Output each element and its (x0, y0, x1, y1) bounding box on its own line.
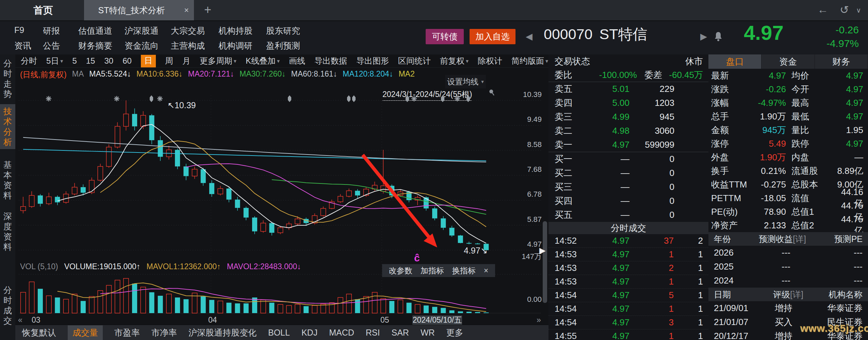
field-label: 流值 (791, 192, 832, 204)
toolbar-item[interactable]: 分时 (21, 55, 37, 66)
menu-item[interactable]: 资讯 (14, 40, 43, 51)
indicator-tab-市盈率[interactable]: 市盈率 (114, 327, 140, 338)
indicator-button[interactable]: 换指标 (452, 265, 476, 276)
indicator-tab-沪深股通持股变化[interactable]: 沪深股通持股变化 (189, 327, 257, 338)
toolbar-item[interactable]: 周 (165, 55, 173, 66)
indicator-tab-恢复默认[interactable]: 恢复默认 (22, 327, 56, 338)
tab-active-document[interactable]: ST特信_技术分析 × (84, 0, 194, 20)
tab-home[interactable]: 首页 (27, 0, 59, 20)
toolbar-item[interactable]: 日 (141, 55, 156, 67)
sidebar-item-3[interactable]: 基 本 资 料 (0, 158, 15, 203)
bid-price: — (585, 168, 629, 178)
indicator-tab-市净率[interactable]: 市净率 (151, 327, 177, 338)
new-tab-icon[interactable]: + (204, 3, 211, 17)
sidebar-item-4[interactable]: 深 度 资 料 (0, 209, 15, 254)
toolbar-item[interactable]: 除权计 (478, 55, 502, 66)
indicator-tab-成交量[interactable]: 成交量 (68, 325, 103, 340)
toolbar-item[interactable]: 简约版面▾ (511, 55, 548, 66)
sidebar-item-1[interactable]: 分 时 走 势 (0, 56, 15, 101)
forecast-year-col: 年份 (714, 232, 731, 246)
indicator-tab-RSI[interactable]: RSI (366, 328, 380, 338)
toolbar-item[interactable]: 30 (104, 56, 113, 66)
detail-link[interactable]: [详] (790, 290, 803, 299)
toolbar-item[interactable]: 导出数据 (314, 55, 347, 66)
order-book-panel: 交易状态 休市 委比 -100.00% 委差 -60.45万 卖五5.01229… (548, 54, 709, 340)
ask-row[interactable]: 卖五5.01229 (548, 82, 708, 96)
indicator-tab-WR[interactable]: WR (421, 328, 435, 338)
indicator-tab-MACD[interactable]: MACD (329, 328, 354, 338)
close-icon[interactable]: × (179, 5, 194, 15)
detail-link[interactable]: [详] (793, 234, 806, 244)
indicator-button[interactable]: 改参数 (389, 265, 412, 276)
indicator-tab-更多[interactable]: 更多 (446, 327, 463, 338)
toolbar-item[interactable]: 画线 (289, 55, 305, 66)
sidebar-item-5[interactable]: 分 时 成 交 (0, 283, 15, 328)
info-tab-盘口[interactable]: 盘口 (708, 54, 761, 69)
indicator-tab-SAR[interactable]: SAR (391, 328, 409, 338)
info-tab-财务[interactable]: 财务 (815, 54, 868, 69)
panel-splitter[interactable] (543, 221, 547, 303)
next-stock-icon[interactable]: ▶ (700, 31, 707, 42)
toolbar-item[interactable]: 15 (86, 56, 95, 66)
toolbar-item[interactable]: 5 (72, 56, 77, 66)
menu-item[interactable]: 资金流向 (125, 40, 171, 51)
toolbar-item[interactable]: 导出图形 (356, 55, 389, 66)
toolbar-item[interactable]: K线叠加▾ (246, 55, 280, 66)
ask-row[interactable]: 卖三4.99945 (548, 110, 708, 124)
menu-item[interactable]: 大宗交易 (171, 25, 218, 36)
menu-item[interactable]: 机构调研 (218, 40, 266, 51)
toolbar-item[interactable]: 60 (122, 56, 132, 66)
bid-row[interactable]: 买五—0 (548, 208, 708, 222)
ask-volume: 229 (629, 84, 674, 94)
menu-item[interactable]: 盈利预测 (266, 40, 311, 51)
ask-row[interactable]: 卖二4.983060 (548, 124, 708, 138)
ma-value: MA2 (398, 69, 414, 80)
toolbar-item-label: 导出数据 (314, 55, 347, 66)
tick-row: 14:544.9751 (548, 289, 708, 302)
tick-count: 1 (674, 263, 703, 273)
collapse-panel-icon[interactable]: ▶ (539, 246, 545, 255)
indicator-tab-KDJ[interactable]: KDJ (301, 328, 317, 338)
sidebar-item-2[interactable]: 技 术 分 析 (0, 104, 15, 149)
candlestick-chart[interactable]: ↖10.394.97↘ĉ (15, 82, 548, 316)
tick-count: 1 (674, 276, 703, 287)
scroll-right-icon[interactable]: » (537, 315, 541, 325)
time-axis: « 03 04 05 2024/05/10/五 » (15, 315, 548, 325)
menu-item[interactable]: F9 (14, 25, 43, 36)
menu-item[interactable]: 股东研究 (266, 25, 311, 36)
chevron-down-icon[interactable]: ∨ (856, 6, 861, 14)
menu-item[interactable]: 财务摘要 (78, 40, 125, 51)
bid-row[interactable]: 买一—0 (548, 152, 708, 166)
toolbar-item[interactable]: 更多周期▾ (200, 55, 236, 66)
tick-price: 4.97 (582, 331, 629, 340)
menu-item[interactable]: 估值通道 (78, 25, 125, 36)
bid-row[interactable]: 买四—0 (548, 194, 708, 208)
scroll-left-icon[interactable]: « (18, 315, 22, 325)
convertible-bond-button[interactable]: 可转债 (426, 29, 464, 44)
alert-bell-icon[interactable] (713, 31, 723, 42)
bid-row[interactable]: 买二—0 (548, 166, 708, 180)
menu-item[interactable]: 研报 (43, 25, 78, 36)
quote-field-row: 净资产2.133总值244.75亿 (708, 218, 868, 232)
prev-stock-icon[interactable]: ◀ (526, 31, 533, 42)
ask-row[interactable]: 卖四5.001203 (548, 96, 708, 110)
menu-item[interactable]: 公告 (43, 40, 78, 51)
toolbar-item[interactable]: 区间统计 (398, 55, 431, 66)
price-axis-label: 5.87 (504, 215, 542, 224)
menu-item[interactable]: 主营构成 (171, 40, 218, 51)
bid-row[interactable]: 买三—0 (548, 180, 708, 194)
toolbar-item[interactable]: 前复权▾ (440, 55, 469, 66)
undo-icon[interactable]: ↺ (840, 3, 849, 16)
menu-item[interactable]: 沪深股通 (125, 25, 171, 36)
ask-row[interactable]: 卖一4.97599099 (548, 138, 708, 152)
close-indicator-icon[interactable]: × (484, 266, 488, 275)
indicator-tab-BOLL[interactable]: BOLL (268, 328, 290, 338)
add-watchlist-button[interactable]: 加入自选 (470, 29, 515, 44)
info-tab-资金[interactable]: 资金 (761, 54, 815, 69)
toolbar-item[interactable]: 5日▾ (46, 55, 63, 66)
tick-count: 1 (674, 331, 703, 340)
menu-item[interactable]: 机构持股 (218, 25, 266, 36)
toolbar-item[interactable]: 月 (182, 55, 191, 66)
indicator-button[interactable]: 加指标 (421, 265, 444, 276)
back-icon[interactable]: ← (817, 3, 828, 16)
